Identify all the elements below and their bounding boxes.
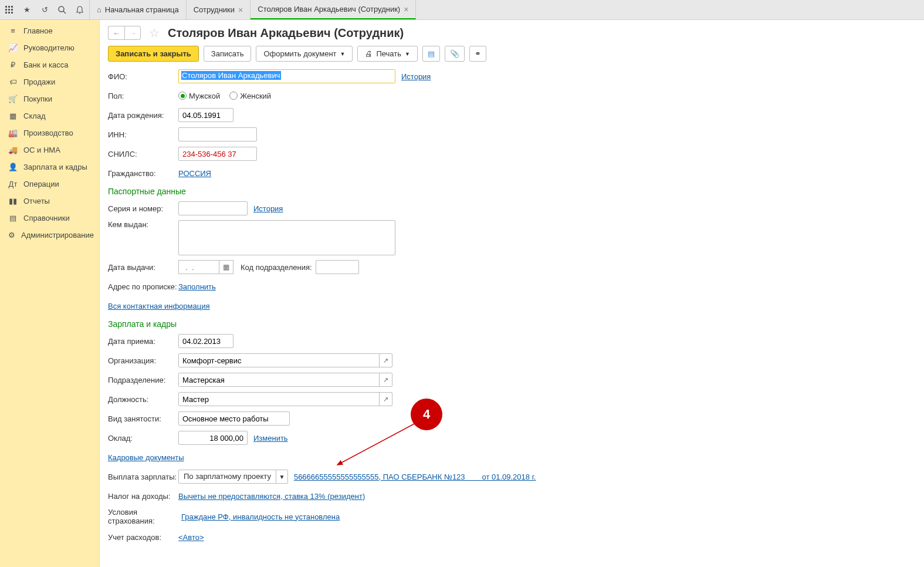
issued-by-textarea[interactable] [178, 220, 395, 255]
sidebar-item-manager[interactable]: 📈Руководителю [0, 39, 99, 56]
svg-rect-3 [5, 9, 7, 11]
hire-date-input[interactable] [178, 334, 233, 348]
dept-code-input[interactable] [316, 260, 359, 274]
tab-employees[interactable]: Сотрудники × [187, 0, 251, 19]
attachment-icon-button[interactable]: 📎 [445, 46, 465, 62]
sidebar-item-operations[interactable]: ДтОперации [0, 176, 99, 193]
sidebar-item-label: Операции [23, 180, 59, 188]
tax-link[interactable]: Вычеты не предоставляются, ставка 13% (р… [178, 492, 365, 501]
svg-rect-1 [8, 6, 10, 8]
star-icon[interactable]: ★ [22, 5, 32, 15]
sidebar-item-purchases[interactable]: 🛒Покупки [0, 90, 99, 107]
tab-label: Сотрудники [194, 5, 235, 14]
issue-date-label: Дата выдачи: [108, 263, 178, 272]
open-icon[interactable]: ↗ [379, 393, 392, 406]
sidebar-item-main[interactable]: ≡Главное [0, 22, 99, 39]
passport-history-link[interactable]: История [253, 204, 283, 213]
chart-up-icon: 📈 [8, 43, 18, 52]
salary-label: Оклад: [108, 434, 178, 443]
nav-back-button[interactable]: ← [108, 26, 124, 40]
svg-rect-0 [5, 6, 7, 8]
hr-docs-link[interactable]: Кадровые документы [108, 453, 184, 462]
sidebar-item-directories[interactable]: ▤Справочники [0, 210, 99, 227]
citizenship-link[interactable]: РОССИЯ [178, 169, 211, 178]
inn-label: ИНН: [108, 130, 178, 139]
fio-input[interactable]: Столяров Иван Аркадьевич [178, 69, 395, 83]
org-label: Организация: [108, 356, 178, 365]
payroll-account-link[interactable]: 56666655555555555555, ПАО СБЕРБАНК №123 … [294, 473, 536, 481]
open-icon[interactable]: ↗ [379, 373, 392, 386]
factory-icon: 🏭 [8, 129, 18, 137]
ledger-icon: Дт [8, 180, 18, 188]
series-input[interactable] [178, 201, 248, 215]
snils-label: СНИЛС: [108, 150, 178, 158]
save-and-close-button[interactable]: Записать и закрыть [108, 46, 199, 62]
position-label: Должность: [108, 395, 178, 404]
series-label: Серия и номер: [108, 204, 178, 213]
close-icon[interactable]: × [238, 5, 243, 15]
snils-input[interactable] [178, 147, 257, 161]
gear-icon: ⚙ [8, 231, 15, 239]
sidebar-item-reports[interactable]: ▮▮Отчеты [0, 193, 99, 210]
issue-date-input[interactable]: ▦ [178, 260, 233, 274]
content-area: ← → ☆ Столяров Иван Аркадьевич (Сотрудни… [100, 20, 924, 567]
employment-input[interactable] [178, 411, 290, 426]
sidebar-item-hr[interactable]: 👤Зарплата и кадры [0, 158, 99, 176]
hire-date-label: Дата приема: [108, 337, 178, 346]
sidebar-item-bank[interactable]: ₽Банк и касса [0, 56, 99, 73]
search-icon[interactable] [57, 5, 67, 15]
tab-home[interactable]: ⌂ Начальная страница [90, 0, 187, 19]
home-icon: ⌂ [97, 5, 101, 14]
fio-selected-value: Столяров Иван Аркадьевич [181, 71, 281, 80]
sidebar-item-label: Продажи [23, 77, 55, 86]
system-icons: ★ ↺ [0, 0, 90, 19]
save-button[interactable]: Записать [204, 46, 252, 62]
chevron-down-icon[interactable]: ▼ [276, 470, 287, 483]
salary-input[interactable] [178, 431, 248, 445]
contact-info-link[interactable]: Вся контактная информация [108, 302, 209, 310]
make-document-button[interactable]: Оформить документ▼ [256, 46, 353, 62]
sidebar-item-assets[interactable]: 🚚ОС и НМА [0, 141, 99, 158]
change-salary-link[interactable]: Изменить [253, 434, 288, 443]
tab-current[interactable]: Столяров Иван Аркадьевич (Сотрудник) × [251, 0, 416, 19]
nav-forward-button[interactable]: → [124, 26, 141, 40]
sidebar-item-sales[interactable]: 🏷Продажи [0, 73, 99, 90]
sidebar-item-label: Производство [23, 129, 73, 137]
sidebar-item-production[interactable]: 🏭Производство [0, 124, 99, 141]
list-icon: ▤ [8, 214, 18, 222]
insurance-link[interactable]: Граждане РФ, инвалидность не установлена [181, 512, 340, 521]
history-link[interactable]: История [401, 72, 431, 81]
favorite-star-icon[interactable]: ☆ [149, 26, 160, 40]
person-icon: 👤 [8, 163, 18, 171]
position-combo[interactable]: ↗ [178, 392, 392, 406]
links-icon: ⚭ [475, 49, 481, 58]
fio-label: ФИО: [108, 72, 178, 81]
hr-section-title: Зарплата и кадры [108, 319, 916, 329]
svg-line-10 [63, 11, 66, 14]
dob-input[interactable] [178, 108, 233, 122]
history-icon[interactable]: ↺ [40, 5, 49, 15]
calendar-icon[interactable]: ▦ [219, 261, 233, 274]
apps-icon[interactable] [5, 5, 14, 15]
document-icon-button[interactable]: ▤ [422, 46, 440, 62]
sidebar-item-admin[interactable]: ⚙Администрирование [0, 227, 99, 244]
close-icon[interactable]: × [404, 5, 408, 14]
print-button[interactable]: 🖨Печать▼ [357, 46, 418, 62]
bell-icon[interactable] [75, 5, 84, 15]
svg-rect-5 [11, 9, 13, 11]
document-icon: ▤ [428, 49, 435, 58]
fill-address-link[interactable]: Заполнить [178, 282, 216, 291]
dept-combo[interactable]: ↗ [178, 373, 392, 387]
printer-icon: 🖨 [365, 49, 373, 58]
inn-input[interactable] [178, 127, 257, 141]
issued-by-label: Кем выдан: [108, 220, 178, 229]
open-icon[interactable]: ↗ [379, 354, 392, 367]
links-icon-button[interactable]: ⚭ [469, 46, 486, 62]
expense-link[interactable]: <Авто> [178, 533, 204, 542]
sidebar-item-warehouse[interactable]: ▦Склад [0, 107, 99, 124]
gender-female-radio[interactable]: Женский [229, 92, 271, 100]
sidebar-item-label: ОС и НМА [23, 146, 60, 154]
gender-male-radio[interactable]: Мужской [178, 92, 220, 100]
payroll-mode-dropdown[interactable]: По зарплатному проекту ▼ [178, 470, 288, 484]
org-combo[interactable]: ↗ [178, 353, 392, 367]
